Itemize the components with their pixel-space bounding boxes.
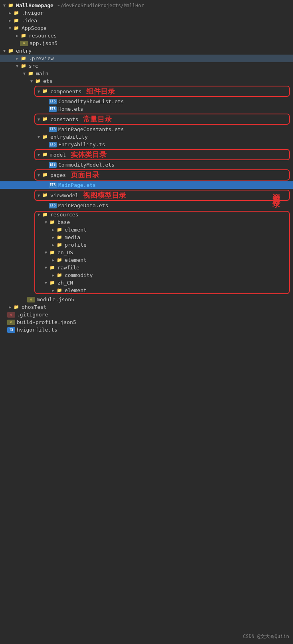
en-us-element-arrow[interactable] — [50, 258, 56, 262]
profile-item[interactable]: 📁 profile — [0, 241, 290, 249]
media-folder-icon: 📁 — [56, 235, 63, 240]
appscope-label: AppScope — [22, 25, 47, 31]
hvigorfile-item[interactable]: TS hvigorfile.ts — [0, 326, 293, 334]
entryability-ts-icon: ETS — [49, 142, 57, 147]
rawfile-item[interactable]: 📁 rawfile — [0, 264, 290, 271]
components-label: components — [50, 88, 81, 94]
media-item[interactable]: 📁 media 资 源 目 录 — [0, 234, 290, 241]
rawfile-arrow[interactable] — [43, 265, 49, 270]
idea-arrow[interactable] — [7, 18, 13, 23]
entry-folder-icon: 📁 — [7, 48, 14, 54]
app-json5-label: app.json5 — [30, 40, 57, 46]
root-path: ~/devEcoStudioProjects/MallHor — [57, 3, 144, 8]
en-us-element-folder-icon: 📁 — [56, 257, 63, 263]
constants-arrow[interactable] — [36, 117, 42, 122]
resources-arrow[interactable] — [36, 212, 42, 217]
components-item[interactable]: 📁 components 组件目录 — [0, 86, 293, 97]
resources-folder-icon: 📁 — [42, 212, 49, 218]
root-item[interactable]: 📁 MallHomepage ~/devEcoStudioProjects/Ma… — [0, 2, 293, 9]
appscope-resources-item[interactable]: 📁 resources — [0, 32, 293, 39]
profile-arrow[interactable] — [50, 243, 56, 247]
entry-label: entry — [16, 48, 32, 54]
main-arrow[interactable] — [22, 71, 27, 76]
idea-item[interactable]: 📁 .idea — [0, 17, 293, 24]
appscope-arrow[interactable] — [7, 26, 13, 30]
element-arrow[interactable] — [50, 228, 56, 232]
watermark: CSDN @文大奇Quiin — [243, 633, 289, 640]
commodity-item[interactable]: 📁 commodity — [0, 271, 290, 279]
constants-item[interactable]: 📁 constants 常量目录 — [0, 114, 293, 125]
ohostest-arrow[interactable] — [7, 305, 13, 309]
file-tree: 📁 MallHomepage ~/devEcoStudioProjects/Ma… — [0, 0, 293, 335]
ets-folder-icon: 📁 — [34, 79, 42, 84]
entryability-item[interactable]: 📁 entryability — [0, 133, 293, 141]
main-folder-icon: 📁 — [27, 71, 34, 77]
mainpageconstants-icon: ETS — [49, 127, 57, 132]
components-arrow[interactable] — [36, 89, 42, 94]
constants-annotation: 常量目录 — [83, 114, 112, 124]
element-label: element — [65, 227, 87, 233]
model-arrow[interactable] — [36, 153, 42, 157]
idea-folder-icon: 📁 — [13, 18, 20, 24]
commodity-arrow[interactable] — [50, 273, 56, 277]
entry-item[interactable]: 📁 entry — [0, 47, 293, 55]
zh-cn-arrow[interactable] — [43, 281, 49, 285]
appscope-item[interactable]: 📁 AppScope — [0, 24, 293, 32]
element-item[interactable]: 📁 element — [0, 226, 290, 234]
root-arrow[interactable] — [2, 3, 7, 8]
viewmodel-item[interactable]: 📁 viewmodel 视图模型目录 — [0, 190, 293, 201]
resources-annotation: 资 源 目 录 — [271, 187, 282, 194]
ets-arrow[interactable] — [29, 79, 34, 83]
ets-label: ets — [43, 78, 52, 84]
zh-cn-element-item[interactable]: 📁 element — [0, 287, 290, 294]
resources-item[interactable]: 📁 resources — [0, 211, 290, 218]
appscope-resources-arrow[interactable] — [14, 33, 20, 38]
model-folder-icon: 📁 — [42, 152, 49, 157]
mainpage-item[interactable]: ETS MainPage.ets — [0, 181, 293, 189]
mainpagedata-item[interactable]: ETS MainPageData.ets — [0, 202, 293, 209]
components-group: 📁 components 组件目录 — [0, 86, 293, 97]
preview-arrow[interactable] — [14, 56, 20, 61]
en-us-arrow[interactable] — [43, 250, 49, 255]
constants-folder-icon: 📁 — [42, 116, 49, 122]
commodity-label: commodity — [65, 272, 93, 278]
viewmodel-arrow[interactable] — [36, 193, 42, 198]
viewmodel-annotation: 视图模型目录 — [83, 190, 126, 200]
model-item[interactable]: 📁 model 实体类目录 — [0, 149, 293, 160]
home-item[interactable]: ETS Home.ets — [0, 105, 293, 113]
module-json5-item[interactable]: ⚙ module.json5 — [0, 296, 293, 303]
ohostest-item[interactable]: 📁 ohosTest — [0, 303, 293, 311]
ohostest-label: ohosTest — [22, 304, 47, 310]
hvigor-arrow[interactable] — [7, 11, 13, 15]
entryability-ts-item[interactable]: ETS EntryAbility.ts — [0, 141, 293, 148]
pages-item[interactable]: 📁 pages 页面目录 — [0, 169, 293, 181]
pages-arrow[interactable] — [36, 173, 42, 177]
media-arrow[interactable] — [50, 235, 56, 240]
base-arrow[interactable] — [43, 220, 49, 224]
build-profile-item[interactable]: ⚙ build-profile.json5 — [0, 318, 293, 326]
en-us-element-item[interactable]: 📁 element — [0, 256, 290, 264]
mainpageconstants-item[interactable]: ETS MainPageConstants.ets — [0, 126, 293, 133]
zh-cn-label: zh_CN — [57, 280, 73, 286]
src-arrow[interactable] — [14, 64, 20, 68]
main-item[interactable]: 📁 main — [0, 70, 293, 77]
rawfile-label: rawfile — [57, 265, 79, 271]
zh-cn-element-arrow[interactable] — [50, 288, 56, 293]
commoditymodel-item[interactable]: ETS CommodityModel.ets — [0, 161, 293, 169]
src-folder-icon: 📁 — [20, 63, 27, 69]
commodityshowlist-item[interactable]: ETS CommodityShowList.ets — [0, 98, 293, 105]
app-json5-item[interactable]: ⚙ app.json5 — [0, 39, 293, 47]
ets-item[interactable]: 📁 ets — [0, 77, 293, 85]
commoditymodel-label: CommodityModel.ets — [58, 162, 115, 168]
src-item[interactable]: 📁 src — [0, 62, 293, 70]
entryability-arrow[interactable] — [36, 135, 42, 139]
en-us-label: en_US — [57, 249, 73, 255]
hvigor-item[interactable]: 📁 .hvigor — [0, 9, 293, 17]
base-item[interactable]: 📁 base — [0, 218, 290, 226]
en-us-element-label: element — [65, 257, 87, 263]
zh-cn-item[interactable]: 📁 zh_CN — [0, 279, 290, 287]
gitignore-item[interactable]: ⚙ .gitignore — [0, 311, 293, 318]
preview-item[interactable]: 📁 .preview — [0, 55, 293, 62]
en-us-item[interactable]: 📁 en_US — [0, 249, 290, 256]
entry-arrow[interactable] — [2, 49, 7, 53]
